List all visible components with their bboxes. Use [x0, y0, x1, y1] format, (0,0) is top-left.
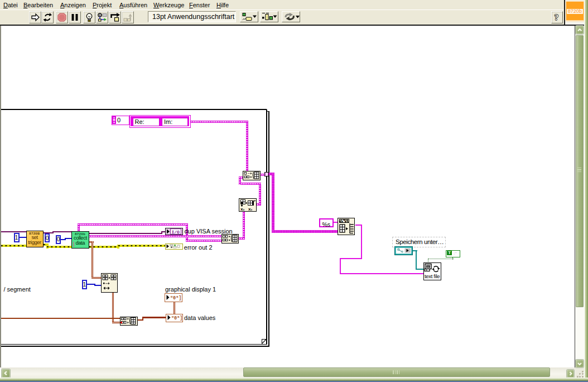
svg-text:xij: xij [240, 207, 245, 211]
svg-text:I/O: I/O [171, 229, 180, 234]
svg-text:º0ª]: º0ª] [171, 316, 182, 321]
svg-text:?: ? [555, 12, 559, 22]
svg-text:º0ª]: º0ª] [170, 295, 181, 301]
svg-text:xij: xij [248, 207, 253, 211]
svg-text:%: % [341, 219, 345, 223]
